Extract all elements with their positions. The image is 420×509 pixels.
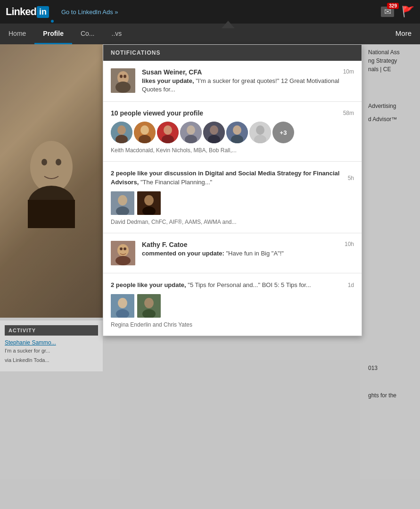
- profile-viewers-section[interactable]: 10 people viewed your profile 58m: [103, 102, 362, 162]
- susan-text: likes your update, "I'm a sucker for gre…: [142, 77, 354, 94]
- svg-point-23: [210, 125, 218, 135]
- viewer-4: [180, 122, 202, 143]
- linkedin-logo: Linked in: [6, 6, 54, 18]
- update-avatar-1: [111, 294, 134, 318]
- svg-point-26: [233, 125, 241, 135]
- svg-point-7: [120, 75, 123, 78]
- discussion-section[interactable]: 2 people like your discussion in Digital…: [103, 162, 362, 233]
- profile-viewers-header: 10 people viewed your profile 58m: [111, 109, 354, 117]
- nav-profile[interactable]: Profile: [34, 24, 72, 44]
- viewers-count-text: 10 people viewed your profile: [111, 109, 203, 117]
- discussion-text: 2 people like your discussion in Digital…: [111, 169, 344, 186]
- discussion-names: David Dedman, ChFC, AIF®, AAMS, AWMA and…: [111, 219, 354, 225]
- svg-point-20: [187, 125, 195, 135]
- logo-in: in: [37, 6, 49, 18]
- nav-home[interactable]: Home: [0, 24, 34, 44]
- notification-kathy-content: Kathy F. Catoe 10h commented on your upd…: [142, 241, 354, 265]
- svg-point-8: [124, 75, 126, 78]
- disc-avatar-2: [137, 191, 161, 215]
- notifications-title: NOTIFICATIONS: [111, 49, 160, 56]
- discussion-header: 2 people like your discussion in Digital…: [111, 169, 354, 186]
- svg-point-46: [144, 298, 154, 308]
- notification-kathy-top: Kathy F. Catoe 10h: [142, 241, 354, 248]
- svg-point-41: [115, 256, 131, 265]
- svg-point-9: [115, 82, 131, 93]
- update-likes-quote: "5 Tips for Personal and..." BOI 5: 5 Ti…: [188, 281, 311, 288]
- notifications-panel: NOTIFICATIONS Susan Weiner, CFA 10m like…: [103, 44, 362, 336]
- update-likes-avatars: [111, 294, 354, 318]
- viewers-time: 58m: [343, 110, 354, 116]
- mail-icon-wrapper[interactable]: 329: [381, 7, 394, 17]
- nav-bar: Home Profile Co... ..vs More: [0, 24, 420, 44]
- update-likes-time: 1d: [348, 282, 354, 288]
- nav-news[interactable]: ..vs: [103, 24, 131, 44]
- viewer-more-count: +3: [272, 122, 294, 143]
- viewer-2: [134, 122, 156, 143]
- ads-link[interactable]: Go to LinkedIn Ads »: [61, 8, 118, 16]
- svg-point-39: [120, 247, 123, 250]
- update-likes-section[interactable]: 2 people like your update, "5 Tips for P…: [103, 273, 362, 336]
- update-avatar-2: [137, 294, 161, 318]
- logo-dot: [51, 20, 54, 23]
- svg-point-14: [140, 125, 149, 135]
- avatar-susan: [111, 68, 135, 93]
- susan-action: likes your update,: [142, 77, 194, 84]
- svg-point-17: [164, 125, 172, 135]
- notification-kathy[interactable]: Kathy F. Catoe 10h commented on your upd…: [103, 233, 362, 273]
- discussion-avatars: [111, 191, 354, 215]
- notification-susan-top: Susan Weiner, CFA 10m: [142, 68, 354, 76]
- update-likes-action: 2 people like your update,: [111, 281, 186, 288]
- svg-point-32: [118, 195, 127, 205]
- mail-badge: 329: [387, 3, 399, 9]
- svg-point-29: [256, 125, 264, 135]
- svg-point-43: [118, 298, 127, 308]
- viewer-3: [157, 122, 179, 143]
- svg-point-11: [117, 125, 126, 135]
- disc-avatar-1: [111, 191, 134, 215]
- update-likes-header: 2 people like your update, "5 Tips for P…: [111, 281, 354, 289]
- kathy-text: commented on your update: "Have fun in B…: [142, 249, 354, 258]
- discussion-time: 5h: [348, 175, 354, 181]
- svg-point-35: [144, 195, 154, 205]
- profile-viewers-title: 10 people viewed your profile: [111, 109, 203, 117]
- kathy-action: commented on your update:: [142, 250, 224, 257]
- kathy-time: 10h: [345, 241, 354, 247]
- dropdown-arrow: [222, 21, 235, 28]
- flag-icon[interactable]: 🚩: [402, 6, 414, 18]
- viewer-avatars: +3: [111, 122, 354, 143]
- update-likes-text: 2 people like your update, "5 Tips for P…: [111, 281, 344, 289]
- nav-more[interactable]: More: [387, 24, 420, 44]
- susan-name: Susan Weiner, CFA: [142, 68, 202, 76]
- viewer-1: [111, 122, 132, 143]
- discussion-quote: "The Financial Planning...": [140, 179, 212, 186]
- avatar-kathy: [111, 241, 135, 265]
- viewer-5: [203, 122, 225, 143]
- viewer-names: Keith Macdonald, Kevin Nichols, MBA, Bob…: [111, 147, 354, 154]
- susan-time: 10m: [343, 68, 354, 75]
- update-likes-names: Regina Enderlin and Chris Yates: [111, 321, 354, 328]
- notification-susan-content: Susan Weiner, CFA 10m likes your update,…: [142, 68, 354, 94]
- viewer-silhouette: [249, 122, 271, 143]
- kathy-quote: "Have fun in Big "A"!": [226, 250, 284, 257]
- nav-connections[interactable]: Co...: [72, 24, 103, 44]
- top-bar-icons: 329 🚩: [381, 6, 414, 18]
- viewer-6: [226, 122, 248, 143]
- logo-text: Linked: [6, 6, 36, 18]
- svg-point-40: [124, 247, 126, 250]
- kathy-name: Kathy F. Catoe: [142, 241, 187, 248]
- notifications-header: NOTIFICATIONS: [103, 45, 362, 61]
- notification-susan[interactable]: Susan Weiner, CFA 10m likes your update,…: [103, 61, 362, 102]
- top-bar: Linked in Go to LinkedIn Ads » 329 🚩: [0, 0, 420, 24]
